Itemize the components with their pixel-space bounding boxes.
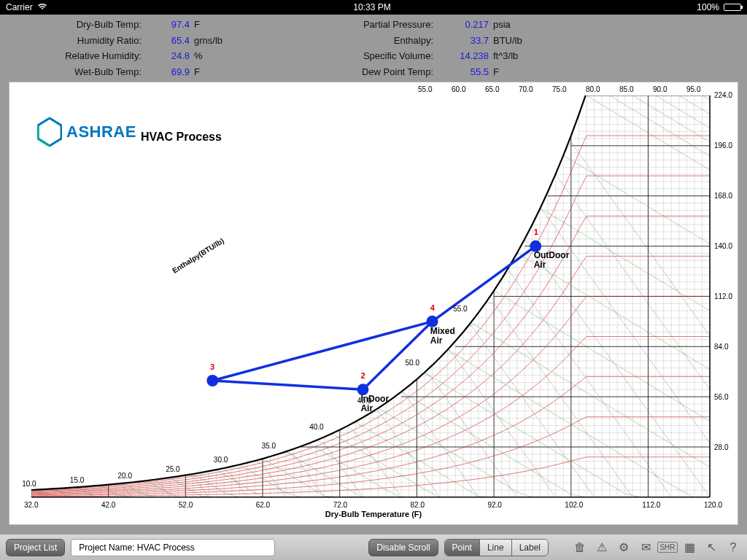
readout-unit: F: [190, 66, 233, 81]
x-tick: 32.0: [24, 501, 38, 509]
top-tick: 95.0: [686, 85, 700, 93]
x-tick: 52.0: [179, 501, 193, 509]
top-tick: 60.0: [452, 85, 465, 93]
svg-point-150: [206, 375, 218, 386]
seg-point[interactable]: Point: [445, 540, 480, 556]
point-number: 2: [360, 371, 365, 380]
x-tick: 82.0: [411, 501, 425, 509]
readout-unit: F: [190, 19, 233, 34]
point-label: OutDoorAir: [534, 251, 570, 270]
y-tick: 28.0: [714, 443, 728, 451]
enthalpy-tick: 40.0: [309, 423, 323, 431]
readout-unit: %: [190, 50, 233, 65]
top-tick: 85.0: [619, 85, 633, 93]
readout-unit: psia: [489, 19, 533, 34]
carrier-label: Carrier: [6, 2, 33, 12]
top-tick: 55.0: [418, 85, 432, 93]
x-tick: 112.0: [642, 501, 660, 509]
point-number: 1: [534, 228, 538, 236]
readout-label: Dry-Bulb Temp:: [29, 19, 146, 34]
enthalpy-tick: 50.0: [405, 359, 419, 367]
wifi-icon: [37, 2, 47, 12]
readout-value: 33.7: [438, 35, 489, 50]
point-label: MixedAir: [430, 327, 455, 346]
enthalpy-tick: 15.0: [70, 476, 84, 484]
disable-scroll-button[interactable]: Disable Scroll: [368, 539, 438, 556]
readout-label: Enthalpy:: [321, 35, 438, 50]
y-tick: 224.0: [714, 91, 732, 99]
seg-line[interactable]: Line: [480, 540, 512, 556]
readout-unit: ft^3/lb: [489, 50, 533, 65]
gear-icon[interactable]: ⚙: [616, 540, 632, 556]
readout-label: Partial Pressure:: [321, 19, 438, 34]
project-name-field[interactable]: Project Name: HVAC Process: [71, 539, 275, 556]
project-list-button[interactable]: Project List: [6, 539, 65, 556]
help-icon[interactable]: ?: [725, 540, 741, 556]
y-tick: 168.0: [714, 192, 732, 200]
warning-icon[interactable]: ⚠: [594, 540, 610, 556]
readout-value: 69.9: [146, 66, 190, 81]
readout-value: 65.4: [146, 35, 190, 50]
point-number: 4: [430, 303, 435, 312]
select-icon[interactable]: ▦: [681, 540, 697, 556]
top-tick: 90.0: [653, 85, 667, 93]
readout-value: 24.8: [146, 50, 190, 65]
readout-header: Dry-Bulb Temp:97.4FHumidity Ratio:65.4gr…: [0, 15, 747, 80]
enthalpy-tick: 20.0: [118, 472, 132, 480]
readout-unit: F: [489, 66, 533, 81]
readout-label: Wet-Bulb Temp:: [29, 66, 146, 81]
enthalpy-tick: 10.0: [22, 480, 36, 488]
top-tick: 65.0: [485, 85, 499, 93]
trash-icon[interactable]: 🗑: [572, 540, 588, 556]
readout-value: 0.217: [438, 19, 489, 34]
readout-label: Specific Volume:: [321, 50, 438, 65]
x-tick: 42.0: [101, 501, 115, 509]
enthalpy-tick: 30.0: [214, 456, 228, 464]
x-axis-label: Dry-Bulb Temperature (F): [325, 510, 422, 518]
mode-segmented: Point Line Label: [444, 539, 549, 556]
battery-icon: [724, 4, 741, 11]
x-tick: 120.0: [704, 501, 722, 509]
psychrometric-chart[interactable]: ASHRAE HVAC Process Enthalpy(BTU/lb) 32.…: [9, 82, 738, 525]
chart-svg: [9, 82, 738, 525]
readout-label: Relative Humidity:: [29, 50, 146, 65]
mail-icon[interactable]: ✉: [638, 540, 654, 556]
readout-value: 55.5: [438, 66, 489, 81]
y-tick: 112.0: [714, 292, 732, 300]
readout-unit: BTU/lb: [489, 35, 533, 50]
x-tick: 102.0: [565, 501, 583, 509]
shr-icon[interactable]: SHR: [659, 540, 676, 556]
y-tick: 84.0: [714, 343, 728, 351]
x-tick: 92.0: [487, 501, 501, 509]
top-tick: 70.0: [519, 85, 533, 93]
top-tick: 75.0: [552, 85, 566, 93]
enthalpy-tick: 35.0: [262, 442, 276, 450]
battery-pct: 100%: [697, 2, 719, 12]
toolbar: Project List Project Name: HVAC Process …: [0, 534, 747, 560]
y-tick: 140.0: [714, 242, 732, 250]
readout-label: Humidity Ratio:: [29, 35, 146, 50]
clock: 10:33 PM: [353, 2, 390, 12]
point-number: 3: [210, 362, 214, 371]
pointer-icon[interactable]: ↖: [703, 540, 719, 556]
point-label: InDoorAir: [360, 394, 389, 413]
x-tick: 62.0: [256, 501, 270, 509]
seg-label[interactable]: Label: [512, 540, 548, 556]
readout-value: 14.238: [438, 50, 489, 65]
readout-unit: grns/lb: [190, 35, 233, 50]
enthalpy-tick: 55.0: [453, 305, 467, 313]
y-tick: 196.0: [714, 141, 732, 149]
enthalpy-tick: 25.0: [166, 465, 179, 473]
readout-value: 97.4: [146, 19, 190, 34]
top-tick: 80.0: [586, 85, 600, 93]
x-tick: 72.0: [333, 501, 347, 509]
readout-label: Dew Point Temp:: [321, 66, 438, 81]
status-bar: Carrier 10:33 PM 100%: [0, 0, 747, 15]
y-tick: 56.0: [714, 393, 728, 401]
